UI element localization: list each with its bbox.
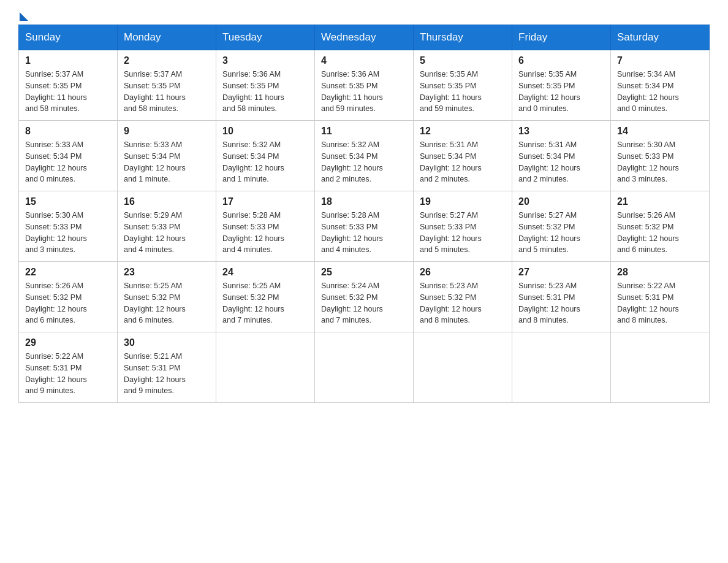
day-number: 4 <box>321 55 407 66</box>
day-info: Sunrise: 5:27 AMSunset: 5:33 PMDaylight:… <box>420 211 482 254</box>
day-number: 16 <box>124 196 210 207</box>
day-number: 25 <box>321 267 407 278</box>
calendar-cell: 9 Sunrise: 5:33 AMSunset: 5:34 PMDayligh… <box>118 121 216 191</box>
day-number: 11 <box>321 126 407 137</box>
day-number: 22 <box>25 267 111 278</box>
calendar-cell: 19 Sunrise: 5:27 AMSunset: 5:33 PMDaylig… <box>414 191 512 262</box>
day-info: Sunrise: 5:26 AMSunset: 5:32 PMDaylight:… <box>25 282 87 324</box>
day-info: Sunrise: 5:33 AMSunset: 5:34 PMDaylight:… <box>25 140 87 183</box>
day-info: Sunrise: 5:29 AMSunset: 5:33 PMDaylight:… <box>124 211 186 254</box>
day-number: 30 <box>124 337 210 348</box>
day-number: 18 <box>321 196 407 207</box>
day-info: Sunrise: 5:37 AMSunset: 5:35 PMDaylight:… <box>124 70 186 113</box>
weekday-header-friday: Friday <box>512 25 611 50</box>
calendar-cell: 23 Sunrise: 5:25 AMSunset: 5:32 PMDaylig… <box>118 262 216 332</box>
day-info: Sunrise: 5:26 AMSunset: 5:32 PMDaylight:… <box>617 211 679 254</box>
day-info: Sunrise: 5:28 AMSunset: 5:33 PMDaylight:… <box>222 211 284 254</box>
calendar-cell: 3 Sunrise: 5:36 AMSunset: 5:35 PMDayligh… <box>216 50 315 121</box>
day-info: Sunrise: 5:25 AMSunset: 5:32 PMDaylight:… <box>124 282 186 324</box>
day-number: 28 <box>617 267 703 278</box>
day-number: 10 <box>222 126 308 137</box>
calendar-cell: 16 Sunrise: 5:29 AMSunset: 5:33 PMDaylig… <box>118 191 216 262</box>
calendar-week-row: 8 Sunrise: 5:33 AMSunset: 5:34 PMDayligh… <box>19 121 710 191</box>
day-number: 17 <box>222 196 308 207</box>
calendar-cell: 8 Sunrise: 5:33 AMSunset: 5:34 PMDayligh… <box>19 121 118 191</box>
calendar-week-row: 29 Sunrise: 5:22 AMSunset: 5:31 PMDaylig… <box>19 332 710 403</box>
page-header <box>18 12 710 18</box>
calendar-week-row: 1 Sunrise: 5:37 AMSunset: 5:35 PMDayligh… <box>19 50 710 121</box>
weekday-header-monday: Monday <box>118 25 216 50</box>
calendar-cell: 10 Sunrise: 5:32 AMSunset: 5:34 PMDaylig… <box>216 121 315 191</box>
day-number: 15 <box>25 196 111 207</box>
day-number: 9 <box>124 126 210 137</box>
calendar-cell: 27 Sunrise: 5:23 AMSunset: 5:31 PMDaylig… <box>512 262 611 332</box>
calendar-cell <box>512 332 611 403</box>
logo-triangle-icon <box>20 12 28 21</box>
day-info: Sunrise: 5:21 AMSunset: 5:31 PMDaylight:… <box>124 352 186 395</box>
calendar-cell: 14 Sunrise: 5:30 AMSunset: 5:33 PMDaylig… <box>611 121 710 191</box>
day-number: 3 <box>222 55 308 66</box>
calendar-cell: 30 Sunrise: 5:21 AMSunset: 5:31 PMDaylig… <box>118 332 216 403</box>
calendar-cell: 17 Sunrise: 5:28 AMSunset: 5:33 PMDaylig… <box>216 191 315 262</box>
day-number: 2 <box>124 55 210 66</box>
calendar-cell: 24 Sunrise: 5:25 AMSunset: 5:32 PMDaylig… <box>216 262 315 332</box>
day-info: Sunrise: 5:22 AMSunset: 5:31 PMDaylight:… <box>617 282 679 324</box>
day-number: 6 <box>518 55 604 66</box>
calendar-cell <box>216 332 315 403</box>
calendar-cell: 21 Sunrise: 5:26 AMSunset: 5:32 PMDaylig… <box>611 191 710 262</box>
day-number: 26 <box>420 267 506 278</box>
day-info: Sunrise: 5:35 AMSunset: 5:35 PMDaylight:… <box>518 70 580 113</box>
day-info: Sunrise: 5:36 AMSunset: 5:35 PMDaylight:… <box>321 70 383 113</box>
day-info: Sunrise: 5:34 AMSunset: 5:34 PMDaylight:… <box>617 70 679 113</box>
calendar-week-row: 15 Sunrise: 5:30 AMSunset: 5:33 PMDaylig… <box>19 191 710 262</box>
calendar-cell: 20 Sunrise: 5:27 AMSunset: 5:32 PMDaylig… <box>512 191 611 262</box>
day-info: Sunrise: 5:31 AMSunset: 5:34 PMDaylight:… <box>518 140 580 183</box>
calendar-cell: 7 Sunrise: 5:34 AMSunset: 5:34 PMDayligh… <box>611 50 710 121</box>
day-info: Sunrise: 5:28 AMSunset: 5:33 PMDaylight:… <box>321 211 383 254</box>
logo <box>18 12 28 18</box>
calendar-cell: 22 Sunrise: 5:26 AMSunset: 5:32 PMDaylig… <box>19 262 118 332</box>
calendar-cell: 18 Sunrise: 5:28 AMSunset: 5:33 PMDaylig… <box>315 191 414 262</box>
day-info: Sunrise: 5:30 AMSunset: 5:33 PMDaylight:… <box>617 140 679 183</box>
day-number: 29 <box>25 337 111 348</box>
calendar-cell: 13 Sunrise: 5:31 AMSunset: 5:34 PMDaylig… <box>512 121 611 191</box>
weekday-header-row: SundayMondayTuesdayWednesdayThursdayFrid… <box>19 25 710 50</box>
weekday-header-saturday: Saturday <box>611 25 710 50</box>
day-info: Sunrise: 5:32 AMSunset: 5:34 PMDaylight:… <box>321 140 383 183</box>
calendar-cell: 6 Sunrise: 5:35 AMSunset: 5:35 PMDayligh… <box>512 50 611 121</box>
day-info: Sunrise: 5:31 AMSunset: 5:34 PMDaylight:… <box>420 140 482 183</box>
weekday-header-tuesday: Tuesday <box>216 25 315 50</box>
day-number: 8 <box>25 126 111 137</box>
weekday-header-wednesday: Wednesday <box>315 25 414 50</box>
day-number: 20 <box>518 196 604 207</box>
calendar-cell: 5 Sunrise: 5:35 AMSunset: 5:35 PMDayligh… <box>414 50 512 121</box>
calendar-cell: 28 Sunrise: 5:22 AMSunset: 5:31 PMDaylig… <box>611 262 710 332</box>
day-info: Sunrise: 5:23 AMSunset: 5:32 PMDaylight:… <box>420 282 482 324</box>
day-number: 21 <box>617 196 703 207</box>
calendar-table: SundayMondayTuesdayWednesdayThursdayFrid… <box>18 25 710 403</box>
day-number: 19 <box>420 196 506 207</box>
calendar-cell: 29 Sunrise: 5:22 AMSunset: 5:31 PMDaylig… <box>19 332 118 403</box>
weekday-header-sunday: Sunday <box>19 25 118 50</box>
calendar-cell: 2 Sunrise: 5:37 AMSunset: 5:35 PMDayligh… <box>118 50 216 121</box>
weekday-header-thursday: Thursday <box>414 25 512 50</box>
day-info: Sunrise: 5:23 AMSunset: 5:31 PMDaylight:… <box>518 282 580 324</box>
day-number: 24 <box>222 267 308 278</box>
calendar-cell: 26 Sunrise: 5:23 AMSunset: 5:32 PMDaylig… <box>414 262 512 332</box>
calendar-cell: 1 Sunrise: 5:37 AMSunset: 5:35 PMDayligh… <box>19 50 118 121</box>
calendar-week-row: 22 Sunrise: 5:26 AMSunset: 5:32 PMDaylig… <box>19 262 710 332</box>
day-number: 1 <box>25 55 111 66</box>
day-number: 14 <box>617 126 703 137</box>
day-info: Sunrise: 5:24 AMSunset: 5:32 PMDaylight:… <box>321 282 383 324</box>
calendar-cell: 11 Sunrise: 5:32 AMSunset: 5:34 PMDaylig… <box>315 121 414 191</box>
day-info: Sunrise: 5:37 AMSunset: 5:35 PMDaylight:… <box>25 70 87 113</box>
day-info: Sunrise: 5:32 AMSunset: 5:34 PMDaylight:… <box>222 140 284 183</box>
day-info: Sunrise: 5:30 AMSunset: 5:33 PMDaylight:… <box>25 211 87 254</box>
calendar-cell: 15 Sunrise: 5:30 AMSunset: 5:33 PMDaylig… <box>19 191 118 262</box>
day-info: Sunrise: 5:22 AMSunset: 5:31 PMDaylight:… <box>25 352 87 395</box>
day-info: Sunrise: 5:35 AMSunset: 5:35 PMDaylight:… <box>420 70 482 113</box>
day-number: 27 <box>518 267 604 278</box>
calendar-cell: 4 Sunrise: 5:36 AMSunset: 5:35 PMDayligh… <box>315 50 414 121</box>
calendar-cell <box>414 332 512 403</box>
day-number: 12 <box>420 126 506 137</box>
